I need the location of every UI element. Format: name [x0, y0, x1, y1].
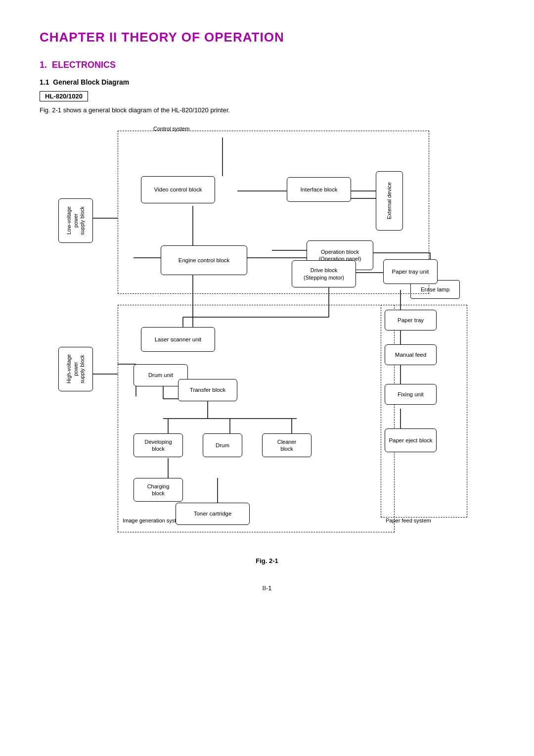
chapter-title: CHAPTER II THEORY OF OPERATION	[40, 30, 494, 45]
manual-feed-block: Manual feed	[385, 344, 437, 365]
section-title: 1. ELECTRONICS	[40, 60, 494, 70]
high-voltage-block: High-voltage power supply block	[58, 347, 93, 391]
developing-block: Developing block	[134, 433, 183, 457]
paper-tray-unit-block: Paper tray unit	[383, 259, 438, 284]
image-gen-label: Image generation system	[123, 518, 184, 523]
drive-block: Drive block (Stepping motor)	[292, 260, 356, 287]
paper-feed-region	[381, 305, 467, 518]
control-system-region	[118, 131, 429, 294]
paper-tray-block: Paper tray	[385, 310, 437, 331]
subsection-title: 1.1 General Block Diagram	[40, 78, 494, 86]
model-badge: HL-820/1020	[40, 91, 88, 101]
fig-caption: Fig. 2-1	[40, 557, 494, 565]
toner-cartridge-block: Toner cartridge	[176, 503, 250, 525]
block-diagram: Control system Video control block Inter…	[54, 122, 480, 552]
drum-block: Drum	[203, 433, 242, 457]
low-voltage-block: Low-voltage power supply block	[58, 198, 93, 243]
laser-scanner-block: Laser scanner unit	[141, 327, 215, 352]
paper-eject-block: Paper eject block	[385, 428, 437, 452]
page-number: II-1	[40, 584, 494, 592]
paper-feed-label: Paper feed system	[386, 518, 431, 523]
cleaner-block: Cleaner block	[262, 433, 312, 457]
transfer-block: Transfer block	[178, 379, 237, 401]
charging-block: Charging block	[134, 478, 183, 502]
intro-caption: Fig. 2-1 shows a general block diagram o…	[40, 106, 494, 114]
fixing-unit-block: Fixing unit	[385, 384, 437, 405]
